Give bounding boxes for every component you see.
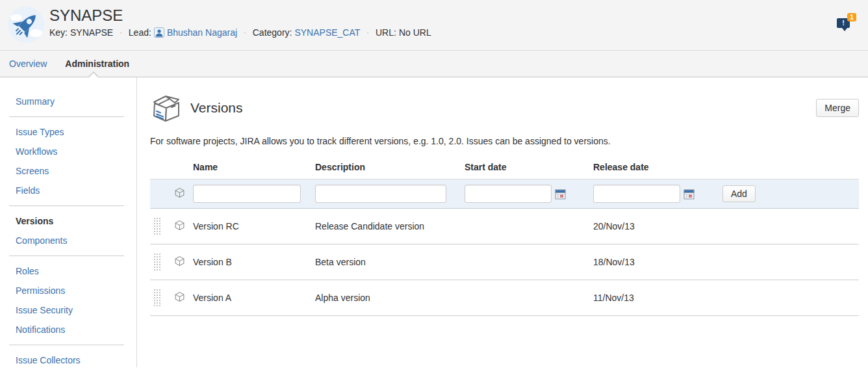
add-version-button[interactable]: Add bbox=[722, 185, 756, 202]
row-actions bbox=[717, 280, 859, 316]
version-name[interactable]: Version RC bbox=[193, 209, 315, 244]
version-description: Alpha version bbox=[315, 280, 465, 316]
meta-separator: · bbox=[366, 29, 369, 36]
lead-label: Lead: bbox=[129, 27, 151, 38]
sidebar-item-summary[interactable]: Summary bbox=[0, 92, 136, 111]
col-header-name: Name bbox=[193, 158, 315, 179]
admin-sidebar: Summary Issue Types Workflows Screens Fi… bbox=[0, 77, 137, 367]
drag-handle[interactable] bbox=[153, 252, 162, 272]
version-cube-icon bbox=[166, 209, 193, 244]
version-cube-icon bbox=[166, 179, 193, 209]
version-description: Beta version bbox=[315, 244, 465, 280]
new-version-start-date-input[interactable] bbox=[465, 185, 552, 203]
new-version-name-input[interactable] bbox=[193, 185, 301, 203]
new-version-release-date-input[interactable] bbox=[593, 185, 680, 203]
add-description-cell bbox=[315, 179, 465, 209]
project-avatar-rocket-icon bbox=[8, 7, 44, 43]
page-title-row: Versions Merge bbox=[150, 92, 859, 124]
new-version-description-input[interactable] bbox=[315, 185, 446, 203]
active-tab-caret bbox=[88, 72, 99, 77]
drag-handle-cell bbox=[150, 280, 166, 316]
add-release-date-cell bbox=[593, 179, 717, 209]
col-icon bbox=[166, 158, 193, 179]
tab-administration[interactable]: Administration bbox=[65, 59, 129, 69]
page: SYNAPSE Key: SYNAPSE · Lead: Bhushan Nag… bbox=[0, 0, 868, 368]
project-tab-bar: Overview Administration bbox=[0, 51, 868, 77]
version-row: Version B Beta version 18/Nov/13 bbox=[150, 244, 859, 280]
sidebar-divider bbox=[9, 256, 124, 256]
empty-cell bbox=[150, 179, 166, 209]
version-release-date: 18/Nov/13 bbox=[593, 244, 717, 280]
project-header: SYNAPSE Key: SYNAPSE · Lead: Bhushan Nag… bbox=[0, 0, 868, 51]
sidebar-item-versions[interactable]: Versions bbox=[0, 211, 136, 231]
add-version-row: Add bbox=[150, 179, 859, 209]
page-title: Versions bbox=[190, 100, 243, 116]
page-description: For software projects, JIRA allows you t… bbox=[150, 136, 859, 146]
key-label: Key: bbox=[49, 27, 68, 38]
start-date-calendar-icon[interactable] bbox=[555, 189, 566, 200]
sidebar-divider bbox=[9, 345, 124, 345]
drag-handle-cell bbox=[150, 244, 166, 280]
meta-separator: · bbox=[244, 29, 246, 36]
sidebar-item-issue-types[interactable]: Issue Types bbox=[0, 122, 136, 142]
add-action-cell: Add bbox=[717, 179, 859, 209]
versions-panel: Versions Merge For software projects, JI… bbox=[137, 77, 868, 367]
tab-overview[interactable]: Overview bbox=[9, 59, 47, 69]
versions-table: Name Description Start date Release date bbox=[150, 158, 859, 316]
meta-separator: · bbox=[120, 29, 122, 36]
url-value: No URL bbox=[399, 27, 431, 38]
version-release-date: 20/Nov/13 bbox=[593, 209, 717, 244]
col-header-description: Description bbox=[315, 158, 465, 179]
notification-badge: 1 bbox=[847, 13, 856, 21]
url-label: URL: bbox=[376, 27, 396, 38]
content: Summary Issue Types Workflows Screens Fi… bbox=[0, 77, 868, 367]
col-handle bbox=[150, 158, 166, 179]
version-row: Version RC Release Candidate version 20/… bbox=[150, 209, 859, 244]
sidebar-item-notifications[interactable]: Notifications bbox=[0, 320, 136, 339]
notification-bubble-icon[interactable]: ! 1 bbox=[837, 14, 854, 31]
col-header-start-date: Start date bbox=[465, 158, 593, 179]
category-link[interactable]: SYNAPSE_CAT bbox=[294, 27, 360, 38]
version-start-date bbox=[465, 209, 593, 244]
drag-handle-cell bbox=[150, 209, 166, 244]
versions-package-box-icon bbox=[150, 92, 183, 124]
sidebar-item-components[interactable]: Components bbox=[0, 231, 136, 250]
version-start-date bbox=[465, 244, 593, 280]
col-actions bbox=[717, 158, 859, 179]
row-actions bbox=[717, 209, 859, 244]
key-value: SYNAPSE bbox=[70, 27, 113, 38]
version-release-date: 11/Nov/13 bbox=[593, 280, 717, 316]
merge-button[interactable]: Merge bbox=[816, 99, 859, 117]
add-start-date-cell bbox=[465, 179, 593, 209]
lead-avatar-person-icon bbox=[154, 27, 164, 38]
sidebar-item-workflows[interactable]: Workflows bbox=[0, 142, 136, 161]
sidebar-item-fields[interactable]: Fields bbox=[0, 181, 136, 200]
category-label: Category: bbox=[253, 27, 292, 38]
lead-link[interactable]: Bhushan Nagaraj bbox=[167, 27, 237, 38]
version-cube-icon bbox=[166, 244, 193, 280]
project-meta: Key: SYNAPSE · Lead: Bhushan Nagaraj · C… bbox=[49, 27, 858, 38]
version-description: Release Candidate version bbox=[315, 209, 465, 244]
sidebar-item-permissions[interactable]: Permissions bbox=[0, 281, 136, 300]
version-name[interactable]: Version B bbox=[193, 244, 315, 280]
sidebar-item-roles[interactable]: Roles bbox=[0, 261, 136, 281]
sidebar-item-issue-collectors[interactable]: Issue Collectors bbox=[0, 350, 136, 368]
sidebar-item-screens[interactable]: Screens bbox=[0, 161, 136, 181]
version-name[interactable]: Version A bbox=[193, 280, 315, 316]
add-name-cell bbox=[193, 179, 315, 209]
release-date-calendar-icon[interactable] bbox=[683, 189, 695, 200]
version-row: Version A Alpha version 11/Nov/13 bbox=[150, 280, 859, 316]
sidebar-divider bbox=[9, 205, 124, 206]
table-header-row: Name Description Start date Release date bbox=[150, 158, 859, 179]
drag-handle[interactable] bbox=[153, 217, 162, 236]
version-start-date bbox=[465, 280, 593, 316]
version-cube-icon bbox=[166, 280, 193, 316]
sidebar-item-issue-security[interactable]: Issue Security bbox=[0, 300, 136, 320]
col-header-release-date: Release date bbox=[593, 158, 717, 179]
row-actions bbox=[717, 244, 859, 280]
sidebar-divider bbox=[9, 116, 124, 117]
project-title: SYNAPSE bbox=[49, 7, 858, 25]
drag-handle[interactable] bbox=[153, 288, 162, 308]
